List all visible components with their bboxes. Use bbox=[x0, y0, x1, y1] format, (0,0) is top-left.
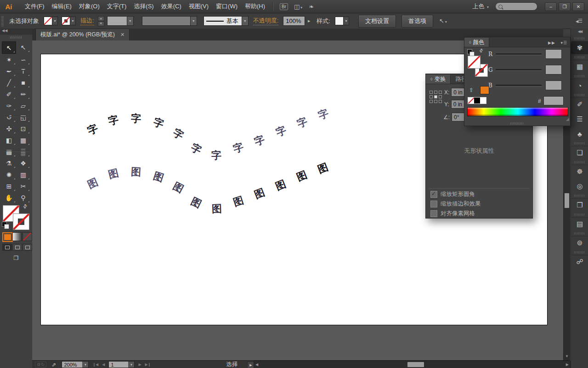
width-tool[interactable]: ✣ bbox=[2, 123, 16, 134]
chevron-down-icon[interactable]: ▼ bbox=[127, 17, 133, 25]
chevron-down-icon[interactable]: ▼ bbox=[52, 19, 57, 23]
toolbar-collapse[interactable]: ◀◀ bbox=[0, 29, 32, 34]
cs-live-icon[interactable]: ❧ bbox=[309, 3, 314, 10]
minimize-button[interactable]: – bbox=[545, 2, 557, 11]
menu-help[interactable]: 帮助(H) bbox=[241, 2, 269, 11]
chevron-down-icon[interactable]: ▼ bbox=[128, 362, 134, 368]
step-down-icon[interactable]: ▼ bbox=[98, 21, 104, 26]
color-mode-button[interactable] bbox=[2, 232, 13, 242]
appearance-panel-icon[interactable]: ☸ bbox=[571, 165, 588, 178]
hex-value-field[interactable] bbox=[543, 96, 564, 105]
first-artboard-button[interactable]: ❙◀ bbox=[92, 362, 98, 367]
restore-button[interactable]: ❐ bbox=[559, 2, 571, 11]
brush-definition-combo[interactable]: 基本 ▼ bbox=[204, 16, 249, 26]
zoom-tool[interactable]: ⚲ bbox=[16, 192, 30, 203]
canvas-character[interactable]: 字 bbox=[211, 150, 222, 161]
menu-object[interactable]: 对象(O) bbox=[75, 2, 103, 11]
gradient-mode-button[interactable] bbox=[12, 232, 22, 241]
scale-rect-corners-checkbox[interactable]: 缩放矩形圆角 bbox=[430, 190, 475, 198]
panel-menu-icon[interactable]: ▾☰ bbox=[560, 40, 567, 45]
swatches-panel-icon[interactable]: ▦ bbox=[571, 60, 588, 73]
tab-color[interactable]: ◊颜色 bbox=[464, 38, 489, 47]
stroke-panel-link[interactable]: 描边: bbox=[80, 17, 94, 25]
checkbox[interactable] bbox=[430, 210, 437, 217]
panel-resize-grip[interactable] bbox=[566, 118, 569, 121]
menu-select[interactable]: 选择(S) bbox=[130, 2, 157, 11]
control-panel-menu-icon[interactable]: ◀ ☰ bbox=[576, 18, 582, 24]
grip-handle[interactable] bbox=[10, 36, 22, 39]
grip-handle[interactable] bbox=[1, 16, 4, 26]
stroke-weight-stepper[interactable]: ▲ ▼ bbox=[98, 16, 104, 26]
none-swatch[interactable] bbox=[468, 98, 474, 104]
chevron-right-icon[interactable]: ▶ bbox=[307, 19, 311, 23]
chevron-down-icon[interactable]: ▼ bbox=[242, 17, 248, 25]
chevron-down-icon[interactable]: ▼ bbox=[82, 362, 88, 368]
vertical-scroll-thumb[interactable] bbox=[565, 193, 569, 208]
checkbox[interactable] bbox=[430, 191, 437, 198]
scroll-right-icon[interactable]: ▶ bbox=[566, 362, 569, 368]
menu-effect[interactable]: 效果(C) bbox=[158, 2, 185, 11]
canvas-character[interactable]: 图 bbox=[130, 167, 141, 177]
artboard-number-combo[interactable]: 1 ▼ bbox=[108, 361, 135, 368]
search-input[interactable] bbox=[495, 2, 537, 11]
eyedropper-tool[interactable]: ⚗ bbox=[2, 157, 16, 169]
canvas-character[interactable]: 字 bbox=[130, 113, 141, 124]
layers-panel-icon[interactable]: ❏ bbox=[571, 146, 588, 159]
preferences-button[interactable]: 首选项 bbox=[401, 15, 433, 28]
symbols-panel-icon[interactable]: ♣ bbox=[571, 127, 588, 140]
dock-collapse-icon[interactable]: ◀◀ bbox=[571, 29, 588, 35]
rotate-tool[interactable]: ↺ bbox=[2, 111, 16, 123]
canvas-character[interactable]: 图 bbox=[212, 204, 222, 214]
bridge-button[interactable]: Br bbox=[280, 3, 288, 10]
transparency-panel-icon[interactable]: ⊚ bbox=[571, 236, 588, 249]
default-fill-stroke-icon[interactable] bbox=[2, 222, 7, 227]
type-tool[interactable]: T bbox=[16, 65, 30, 77]
stroke-none-swatch[interactable] bbox=[62, 17, 70, 25]
menu-edit[interactable]: 编辑(E) bbox=[48, 2, 75, 11]
scroll-down-icon[interactable]: ▼ bbox=[564, 354, 570, 359]
selection-panel-icon[interactable]: ◎ bbox=[571, 180, 588, 193]
swap-fill-stroke-icon[interactable]: ⇄ bbox=[22, 203, 29, 210]
direct-selection-tool[interactable]: ↖ bbox=[16, 41, 30, 53]
eraser-tool[interactable]: ▱ bbox=[16, 100, 30, 111]
shape-builder-tool[interactable]: ◧ bbox=[2, 134, 16, 146]
red-slider[interactable] bbox=[496, 53, 542, 55]
last-color-icon[interactable]: ⇧ bbox=[469, 87, 474, 93]
collapse-diamond-icon[interactable]: ◊ bbox=[469, 40, 471, 45]
chevron-down-icon[interactable]: ▼ bbox=[70, 19, 75, 23]
document-setup-button[interactable]: 文档设置 bbox=[358, 15, 396, 28]
selection-tool[interactable]: ↖ bbox=[2, 41, 16, 54]
zoom-level-combo[interactable]: 200% ▼ bbox=[62, 361, 89, 368]
screen-mode-button[interactable]: ❐ bbox=[9, 254, 23, 262]
default-fill-stroke-icon[interactable] bbox=[467, 49, 472, 54]
panel-collapse-icon[interactable]: ▶▶ bbox=[548, 40, 555, 45]
green-value-field[interactable] bbox=[545, 65, 562, 75]
color-spectrum-bar[interactable] bbox=[467, 107, 568, 116]
opacity-link[interactable]: 不透明度: bbox=[253, 17, 279, 25]
color-guide-panel-icon[interactable]: ◔ bbox=[571, 79, 588, 92]
gradient-panel-icon[interactable]: ▤ bbox=[571, 217, 588, 230]
opacity-combo[interactable]: 100% bbox=[283, 16, 305, 26]
stroke-swatch[interactable] bbox=[13, 213, 29, 230]
red-value-field[interactable] bbox=[545, 49, 562, 59]
style-swatch-control[interactable]: ▼ bbox=[335, 17, 349, 25]
menu-window[interactable]: 窗口(W) bbox=[212, 2, 241, 11]
scroll-left-icon[interactable]: ◀ bbox=[255, 362, 258, 368]
chevron-down-icon[interactable]: ▼ bbox=[190, 17, 197, 25]
select-similar-icon[interactable]: ↖▾ bbox=[439, 17, 447, 24]
transform-panel-icon[interactable]: ❐ bbox=[571, 198, 588, 212]
paintbrush-tool[interactable]: ✐ bbox=[2, 88, 16, 100]
slice-tool[interactable]: ✂ bbox=[16, 180, 30, 192]
white-swatch[interactable] bbox=[480, 98, 486, 104]
next-artboard-button[interactable]: ▶ bbox=[138, 362, 141, 367]
blue-slider[interactable] bbox=[496, 85, 542, 86]
status-options-icon[interactable]: ⚙↻ bbox=[35, 362, 46, 368]
horizontal-scroll-thumb[interactable] bbox=[407, 362, 424, 367]
checkbox[interactable] bbox=[430, 201, 437, 207]
tab-transform[interactable]: ◊变换 bbox=[426, 75, 451, 84]
hand-tool[interactable]: ✋ bbox=[2, 192, 16, 203]
scale-strokes-effects-checkbox[interactable]: 缩放描边和效果 bbox=[430, 200, 481, 208]
collapse-diamond-icon[interactable]: ◊ bbox=[430, 77, 432, 81]
draw-behind-button[interactable] bbox=[12, 244, 22, 251]
lasso-tool[interactable]: ∽ bbox=[16, 54, 30, 65]
